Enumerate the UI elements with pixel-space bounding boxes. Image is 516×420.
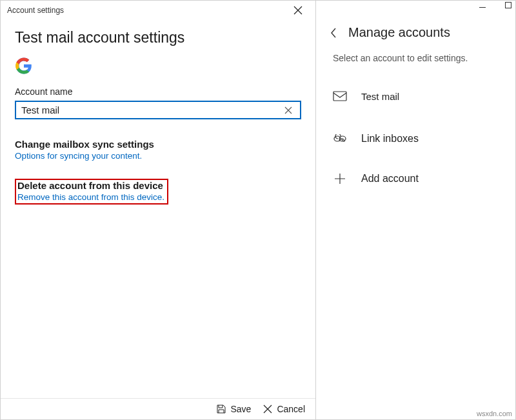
mail-icon [333,89,347,103]
account-name-label: Account name [15,86,301,97]
dialog-header-title: Account settings [7,6,64,15]
watermark: wsxdn.com [477,410,512,417]
sync-settings-link[interactable]: Options for syncing your content. [15,151,301,161]
cancel-button[interactable]: Cancel [263,404,305,414]
clear-input-icon[interactable] [282,106,295,114]
delete-account-link[interactable]: Remove this account from this device. [17,192,164,202]
svg-rect-0 [333,92,346,101]
dialog-title: Test mail account settings [15,29,301,46]
plus-icon [333,172,347,186]
window-maximize-icon[interactable] [505,2,511,8]
account-settings-dialog: Account settings Test mail account setti… [0,0,316,420]
sync-settings-section[interactable]: Change mailbox sync settings Options for… [15,139,301,161]
account-item-label: Test mail [361,91,399,102]
back-icon[interactable] [329,26,338,39]
save-label: Save [230,404,251,414]
manage-accounts-subtitle: Select an account to edit settings. [316,53,515,83]
save-button[interactable]: Save [216,404,251,414]
add-account-label: Add account [361,173,419,185]
account-item-test-mail[interactable]: Test mail [316,83,515,124]
account-name-input-wrap[interactable] [15,101,301,119]
cancel-label: Cancel [277,404,305,414]
delete-account-highlight: Delete account from this device Remove t… [15,179,168,205]
link-inboxes-label: Link inboxes [361,133,419,145]
manage-accounts-pane: Manage accounts Select an account to edi… [316,0,516,420]
link-inboxes-button[interactable]: Link inboxes [316,124,515,164]
window-minimize-icon[interactable] [479,7,486,8]
save-icon [216,404,226,414]
delete-account-title: Delete account from this device [17,180,164,191]
google-icon [15,57,33,75]
add-account-button[interactable]: Add account [316,164,515,194]
link-icon [333,132,347,146]
sync-settings-title: Change mailbox sync settings [15,139,301,150]
manage-accounts-title: Manage accounts [348,25,450,40]
close-button[interactable] [287,3,309,17]
cancel-icon [263,404,273,414]
account-name-input[interactable] [21,105,282,115]
